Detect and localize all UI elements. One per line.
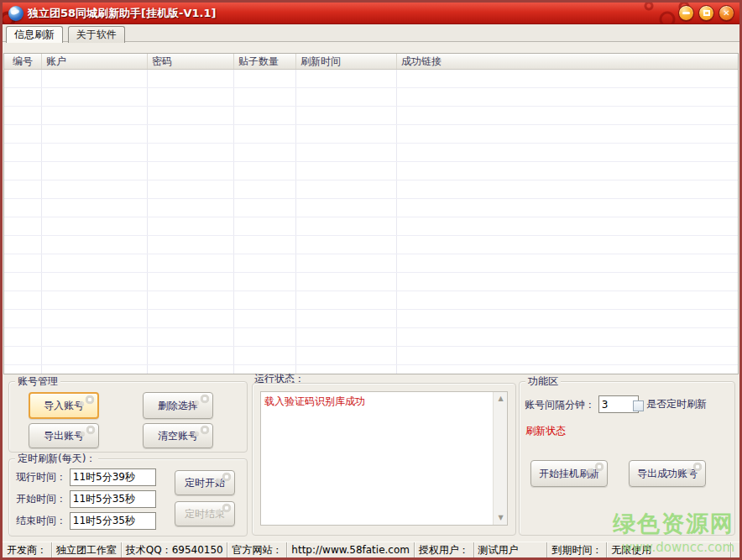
start-time-row: 开始时间： xyxy=(16,490,156,508)
window-title: 独立团58同城刷新助手[挂机版-V1.1] xyxy=(28,3,216,24)
scroll-up-icon[interactable]: ▲ xyxy=(494,392,508,406)
tab-info-refresh[interactable]: 信息刷新 xyxy=(6,26,63,44)
statusbar-expiry-label: 到期时间： xyxy=(547,542,607,557)
delete-selected-button[interactable]: 删除选择 xyxy=(143,392,213,419)
statusbar-authorized-user-value: 测试用户 xyxy=(474,542,548,557)
log-scrollbar[interactable]: ▲ ▼ xyxy=(493,392,507,525)
timer-end-button[interactable]: 定时结束 xyxy=(175,501,235,526)
statusbar-filler xyxy=(731,542,739,557)
export-accounts-button[interactable]: 导出账号 xyxy=(29,423,99,448)
statusbar-developer-label: 开发商： xyxy=(3,542,52,557)
account-management-title: 账号管理 xyxy=(15,375,60,387)
col-header-password[interactable]: 密码 xyxy=(148,54,234,69)
start-time-input[interactable] xyxy=(70,490,156,508)
app-window: 独立团58同城刷新助手[挂机版-V1.1] ✕ 信息刷新 关于软件 编号 账户 … xyxy=(0,0,742,560)
tab-about-software[interactable]: 关于软件 xyxy=(68,26,125,43)
export-success-accounts-button[interactable]: 导出成功账号 xyxy=(629,460,706,487)
statusbar-developer-value: 独立团工作室 xyxy=(52,542,122,557)
window-controls: ✕ xyxy=(678,5,734,21)
accounts-table: 编号 账户 密码 贴子数量 刷新时间 成功链接 xyxy=(3,53,739,374)
table-body[interactable] xyxy=(4,70,738,374)
scheduled-refresh-group: 定时刷新(每天)： 现行时间： 开始时间： 结束时间： 定时开始 定时结束 xyxy=(8,458,248,536)
tab-page: 编号 账户 密码 贴子数量 刷新时间 成功链接 账号管理 导入账号 删除选择 导… xyxy=(3,43,739,542)
interval-label: 账号间隔分钟： xyxy=(525,399,595,411)
minimize-button[interactable] xyxy=(678,5,694,21)
timer-start-button[interactable]: 定时开始 xyxy=(175,470,235,495)
close-icon: ✕ xyxy=(723,8,729,18)
maximize-button[interactable] xyxy=(698,5,714,21)
statusbar-expiry-value: 无限使用 xyxy=(607,542,731,557)
statusbar-authorized-user-label: 授权用户： xyxy=(415,542,474,557)
col-header-account[interactable]: 账户 xyxy=(42,54,148,69)
status-log-text: 载入验证码识别库成功 xyxy=(264,395,489,408)
col-header-id[interactable]: 编号 xyxy=(4,54,42,69)
app-icon xyxy=(8,6,24,21)
scheduled-refresh-checkbox[interactable] xyxy=(633,400,644,411)
scroll-down-icon[interactable]: ▼ xyxy=(494,511,508,525)
start-hangup-refresh-button[interactable]: 开始挂机刷新 xyxy=(530,460,608,487)
end-time-row: 结束时间： xyxy=(16,512,156,530)
statusbar-qq: 技术QQ：69540150 xyxy=(122,542,228,557)
scheduled-refresh-title: 定时刷新(每天)： xyxy=(15,453,98,464)
statusbar-website-url: http://www.58fatie.com xyxy=(287,542,414,557)
current-time-label: 现行时间： xyxy=(16,471,66,483)
minimize-icon xyxy=(682,12,690,14)
start-time-label: 开始时间： xyxy=(16,493,66,505)
maximize-icon xyxy=(703,10,710,16)
statusbar-website-label: 官方网站： xyxy=(227,542,287,557)
function-area-title: 功能区 xyxy=(525,375,561,387)
interval-row: 账号间隔分钟： xyxy=(525,395,639,413)
col-header-success-link[interactable]: 成功链接 xyxy=(397,54,738,69)
function-area-group: 功能区 账号间隔分钟： 是否定时刷新 刷新状态 开始挂机刷新 导出成功账号 xyxy=(519,381,735,536)
checkbox-label-row: 是否定时刷新 xyxy=(646,395,707,413)
end-time-label: 结束时间： xyxy=(16,515,66,526)
refresh-status-label: 刷新状态 xyxy=(525,424,566,438)
end-time-input[interactable] xyxy=(70,512,156,530)
status-log-area[interactable]: 载入验证码识别库成功 ▲ ▼ xyxy=(260,391,508,526)
col-header-post-count[interactable]: 贴子数量 xyxy=(234,54,296,69)
current-time-row: 现行时间： xyxy=(16,468,156,486)
account-management-group: 账号管理 导入账号 删除选择 导出账号 清空账号 xyxy=(8,381,248,453)
current-time-input[interactable] xyxy=(70,468,156,486)
import-accounts-button[interactable]: 导入账号 xyxy=(29,392,99,419)
col-header-refresh-time[interactable]: 刷新时间 xyxy=(296,54,397,69)
statusbar: 开发商： 独立团工作室 技术QQ：69540150 官方网站： http://w… xyxy=(3,542,739,557)
running-status-group: 载入验证码识别库成功 ▲ ▼ xyxy=(252,383,516,536)
tabstrip: 信息刷新 关于软件 xyxy=(3,25,739,42)
scheduled-refresh-checkbox-label[interactable]: 是否定时刷新 xyxy=(646,398,707,410)
clear-accounts-button[interactable]: 清空账号 xyxy=(143,423,213,448)
close-button[interactable]: ✕ xyxy=(718,5,734,21)
titlebar: 独立团58同城刷新助手[挂机版-V1.1] ✕ xyxy=(3,3,739,24)
table-header-row: 编号 账户 密码 贴子数量 刷新时间 成功链接 xyxy=(4,54,738,70)
